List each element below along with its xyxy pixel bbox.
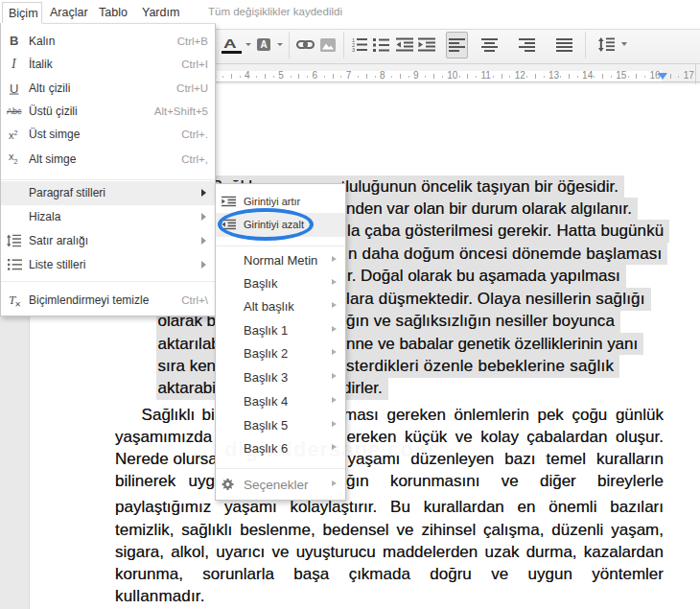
svg-text:3: 3 bbox=[352, 47, 355, 52]
